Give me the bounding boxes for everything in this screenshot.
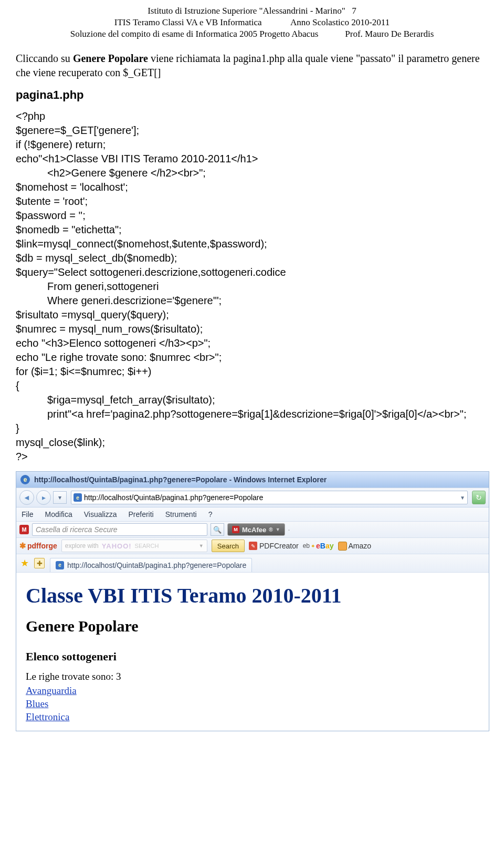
doc-header: Istituto di Istruzione Superiore "Alessa… bbox=[16, 5, 488, 40]
mcafee-badge[interactable]: M McAfee ® ▼ bbox=[227, 523, 285, 536]
content-h3: Elenco sottogeneri bbox=[26, 650, 479, 664]
secure-search-input[interactable]: Casella di ricerca Secure bbox=[32, 523, 207, 536]
content-h2: Genere Popolare bbox=[26, 617, 479, 635]
search-button[interactable]: Search bbox=[212, 540, 245, 552]
subgenre-link[interactable]: Avanguardia bbox=[26, 685, 479, 698]
ebay-logo: eBay bbox=[316, 542, 334, 550]
hdr-class: ITIS Teramo Classi VA e VB Informatica bbox=[114, 17, 262, 27]
mcafee-mini-shield-icon: M bbox=[232, 526, 239, 533]
menu-favorites[interactable]: Preferiti bbox=[128, 510, 153, 519]
back-button[interactable]: ◄ bbox=[19, 490, 34, 505]
mcafee-toolbar: M Casella di ricerca Secure 🔍 M McAfee ®… bbox=[16, 522, 489, 538]
tab-page-icon: e bbox=[56, 561, 64, 569]
url-text: http://localhost/QuintaB/pagina1.php?gen… bbox=[84, 493, 458, 502]
dropdown-button[interactable]: ▾ bbox=[53, 491, 67, 504]
subgenre-link[interactable]: Blues bbox=[26, 698, 479, 711]
amazon-icon bbox=[338, 542, 347, 551]
pdfforge-toolbar: ✱pdfforge explore with YAHOO! SEARCH ▼ S… bbox=[16, 538, 489, 554]
add-favorite-button[interactable]: ✚ bbox=[34, 558, 45, 568]
favorites-star-icon[interactable]: ★ bbox=[20, 557, 29, 569]
hdr-subject: Soluzione del compito di esame di Inform… bbox=[70, 29, 319, 39]
registered-icon: ® bbox=[269, 527, 272, 533]
forward-button[interactable]: ▸ bbox=[36, 490, 51, 505]
window-title: http://localhost/QuintaB/pagina1.php?gen… bbox=[34, 475, 327, 484]
ie-logo-icon: e bbox=[20, 475, 30, 484]
hdr-prof: Prof. Mauro De Berardis bbox=[345, 29, 434, 39]
nav-toolbar: ◄ ▸ ▾ e http://localhost/QuintaB/pagina1… bbox=[16, 488, 489, 507]
go-refresh-button[interactable]: ↻ bbox=[472, 491, 486, 504]
hdr-institute: Istituto di Istruzione Superiore "Alessa… bbox=[148, 6, 345, 16]
pdfforge-knot-icon: ✱ bbox=[19, 541, 26, 551]
pdfforge-logo[interactable]: ✱pdfforge bbox=[19, 541, 57, 551]
page-content: Classe VBI ITIS Teramo 2010-2011 Genere … bbox=[16, 573, 489, 731]
mcafee-dropdown-icon: ▼ bbox=[276, 527, 280, 532]
content-h1: Classe VBI ITIS Teramo 2010-2011 bbox=[26, 583, 479, 608]
menu-help[interactable]: ? bbox=[208, 510, 213, 519]
menu-file[interactable]: File bbox=[22, 510, 34, 519]
tab-title: http://localhost/QuintaB/pagina1.php?gen… bbox=[67, 561, 246, 569]
addr-dropdown-icon[interactable]: ▼ bbox=[460, 495, 465, 501]
yahoo-search-input[interactable]: explore with YAHOO! SEARCH ▼ bbox=[61, 540, 207, 552]
address-bar[interactable]: e http://localhost/QuintaB/pagina1.php?g… bbox=[71, 491, 468, 504]
yahoo-dropdown-icon: ▼ bbox=[199, 543, 204, 548]
yahoo-logo: YAHOO! bbox=[102, 542, 132, 550]
menu-bar: File Modifica Visualizza Preferiti Strum… bbox=[16, 507, 489, 522]
content-row-count: Le righe trovate sono: 3 bbox=[26, 671, 479, 682]
amazon-button[interactable]: Amazo bbox=[338, 542, 372, 551]
secure-search-button[interactable]: 🔍 bbox=[211, 523, 224, 536]
ie-page-icon: e bbox=[74, 493, 82, 502]
window-titlebar: e http://localhost/QuintaB/pagina1.php?g… bbox=[16, 472, 489, 488]
code-block: <?php $genere=$_GET['genere']; if (!$gen… bbox=[16, 109, 488, 464]
menu-edit[interactable]: Modifica bbox=[45, 510, 72, 519]
section-title: pagina1.php bbox=[16, 88, 488, 102]
menu-tools[interactable]: Strumenti bbox=[165, 510, 197, 519]
ie-browser-window: e http://localhost/QuintaB/pagina1.php?g… bbox=[16, 471, 489, 731]
menu-view[interactable]: Visualizza bbox=[84, 510, 117, 519]
mcafee-shield-icon[interactable]: M bbox=[19, 525, 29, 534]
hdr-page-num: 7 bbox=[352, 6, 356, 16]
subgenre-link[interactable]: Elettronica bbox=[26, 711, 479, 724]
hdr-year: Anno Scolastico 2010-2011 bbox=[290, 17, 390, 27]
ebay-button[interactable]: eb✦ eBay bbox=[303, 542, 334, 550]
intro-paragraph: Cliccando su Genere Popolare viene richi… bbox=[16, 51, 488, 80]
pdfcreator-button[interactable]: ✎PDFCreator bbox=[249, 542, 299, 550]
favorites-bar: ★ ✚ e http://localhost/QuintaB/pagina1.p… bbox=[16, 554, 489, 573]
browser-tab[interactable]: e http://localhost/QuintaB/pagina1.php?g… bbox=[50, 558, 252, 572]
pdf-icon: ✎ bbox=[249, 542, 257, 550]
